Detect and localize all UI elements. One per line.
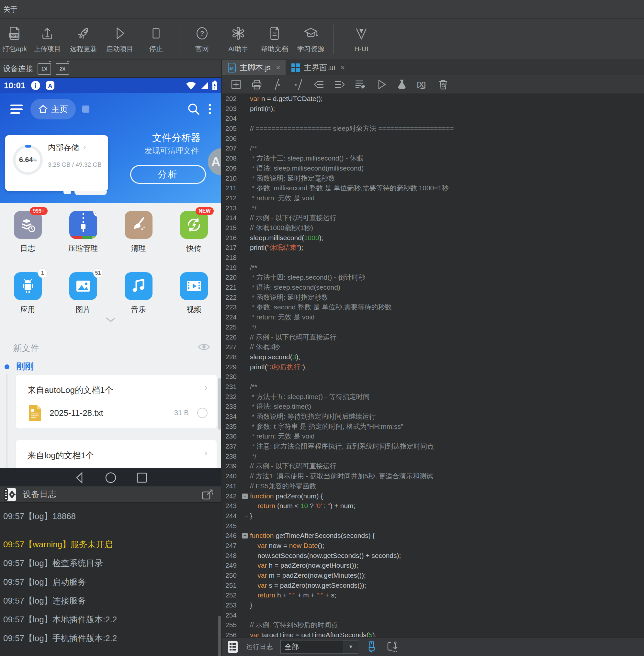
search-icon[interactable] — [186, 102, 201, 116]
code-line: 250 var m = padZero(now.getMinutes()); — [222, 570, 644, 581]
official-site-button[interactable]: ? 官网 — [184, 22, 220, 57]
menubar: 关于 — [0, 0, 644, 19]
document-icon — [267, 26, 282, 41]
tab-main-script[interactable]: JS 主脚本.js × — [222, 60, 285, 75]
code-area[interactable]: 202var n = d.getUTCDate();203printl(n);2… — [222, 94, 644, 637]
print-icon[interactable] — [251, 78, 263, 91]
line-number: 216 — [222, 233, 240, 243]
line-number: 202 — [222, 94, 240, 104]
log-entry-warning: 09:57【warning】服务未开启 — [3, 539, 215, 549]
nav-recents-button[interactable] — [135, 471, 148, 484]
line-number: 227 — [222, 342, 240, 352]
txt-file-icon — [27, 404, 42, 422]
dropdown-caret-icon[interactable]: ▼ — [344, 640, 358, 653]
code-text: * return: 无效 是 void — [250, 431, 315, 441]
app-tile-logs[interactable]: 999+ 日志 — [0, 211, 55, 253]
ai-assistant-button[interactable]: AI助手 — [220, 22, 256, 57]
nav-back-button[interactable] — [73, 471, 86, 484]
log-scrollbar[interactable] — [218, 616, 221, 656]
run-log-icon[interactable] — [227, 640, 239, 654]
menu-about[interactable]: 关于 — [0, 4, 21, 14]
line-number: 242 — [222, 491, 240, 501]
start-project-label: 启动项目 — [106, 44, 133, 53]
app-tile-quick-transfer[interactable]: NEW 快传 — [166, 211, 222, 253]
app-tile-music[interactable]: 音乐 — [111, 272, 166, 314]
fold-gutter — [240, 352, 250, 362]
app-tile-archive[interactable]: 10 压缩管理 — [55, 211, 111, 253]
fold-gutter[interactable]: − — [240, 531, 250, 541]
file-size: 31 B — [174, 409, 189, 417]
storage-card[interactable]: 6.64% 内部存储 › 3.28 GB / 49.32 GB — [5, 135, 108, 191]
new-file-icon[interactable] — [230, 78, 242, 91]
analyze-button[interactable]: 分析 — [130, 165, 206, 184]
test-flask-icon[interactable] — [396, 78, 408, 91]
file-select-circle[interactable] — [197, 408, 208, 418]
help-docs-button[interactable]: 帮助文档 — [256, 22, 293, 57]
code-line: 241// ES5兼容的补零函数 — [222, 481, 644, 491]
tab-main-ui-label: 主界面.ui — [304, 63, 335, 73]
clear-log-trash-icon[interactable] — [437, 78, 450, 91]
file-group-card-autolog[interactable]: 来自autoLog的文档1个 › 2025-11-28.txt 31 B — [16, 375, 216, 428]
package-apk-button[interactable]: APK 打包apk — [0, 22, 29, 57]
app-tile-clean[interactable]: 清理 — [111, 211, 166, 253]
phone-list-scrollbar[interactable] — [218, 378, 221, 430]
fold-toggle-icon[interactable]: − — [242, 494, 248, 499]
tab-close-icon[interactable]: × — [340, 63, 345, 72]
fold-gutter — [240, 283, 250, 292]
grid-collapse-chevron[interactable] — [0, 317, 222, 322]
line-number: 225 — [222, 322, 240, 332]
fold-toggle-icon[interactable]: − — [242, 533, 248, 539]
fold-gutter — [240, 312, 250, 322]
auto-scroll-icon[interactable] — [385, 640, 398, 653]
phone-mirror[interactable]: 10:01 i A 主页 — [0, 78, 222, 547]
signal-icon — [200, 80, 209, 90]
stop-button[interactable]: 停止 — [138, 22, 174, 57]
zoom-2x-button[interactable]: 2X — [56, 63, 69, 75]
app-tile-pictures[interactable]: 51 图片 — [55, 272, 111, 314]
chevron-right-icon[interactable]: › — [204, 447, 208, 458]
hamburger-menu-icon[interactable] — [9, 102, 24, 116]
upload-project-button[interactable]: 上传项目 — [29, 22, 65, 57]
nav-home-button[interactable] — [104, 471, 117, 484]
learning-resources-button[interactable]: 学习资源 — [293, 22, 329, 57]
format-code-icon[interactable] — [354, 78, 367, 91]
file-row[interactable]: 2025-11-28.txt 31 B — [27, 403, 208, 423]
file-group-card-log[interactable]: 来自log的文档1个 › — [16, 440, 216, 468]
home-tab-pill[interactable]: 主页 — [30, 99, 76, 119]
line-number: 229 — [222, 362, 240, 372]
remote-update-button[interactable]: 远程更新 — [65, 22, 102, 57]
code-text: // 休眠3秒 — [250, 342, 280, 352]
comment-end-icon[interactable]: * — [292, 78, 304, 91]
overflow-menu-icon[interactable] — [207, 102, 212, 116]
run-script-icon[interactable] — [375, 78, 387, 91]
variables-icon[interactable]: [X] — [416, 78, 429, 91]
h-ui-button[interactable]: H-UI — [339, 22, 384, 57]
tab-main-script-label: 主脚本.js — [239, 63, 271, 73]
app-tile-apps[interactable]: 1 应用 — [0, 272, 55, 314]
code-text: * 函数说明: 延时指定秒数 — [250, 292, 328, 303]
start-project-button[interactable]: 启动项目 — [102, 22, 138, 57]
code-line: 232 * 方法十五: sleep.time() - 等待指定时间 — [222, 392, 644, 402]
chevron-right-icon[interactable]: › — [204, 382, 208, 393]
fold-gutter — [240, 302, 250, 312]
official-site-label: 官网 — [195, 44, 209, 53]
fold-gutter[interactable]: − — [240, 491, 250, 501]
tab-close-icon[interactable]: × — [276, 63, 280, 72]
zoom-1x-button[interactable]: 1X — [38, 63, 51, 75]
js-file-icon: JS — [227, 63, 236, 73]
clear-brush-icon[interactable] — [365, 640, 378, 653]
eye-icon[interactable] — [198, 343, 210, 353]
tab-main-ui[interactable]: 主界面.ui × — [285, 60, 350, 75]
autojs-a-icon: A — [46, 81, 55, 90]
code-text: * 语法: sleep.millisecond(millisecond) — [250, 163, 364, 173]
app-label-video: 视频 — [186, 305, 201, 314]
outdent-icon[interactable] — [313, 78, 325, 91]
comment-start-icon[interactable]: * — [271, 78, 284, 91]
indent-icon[interactable] — [334, 78, 346, 91]
recent-time-label: 刚刚 — [16, 360, 34, 372]
graduation-cap-icon — [303, 26, 319, 41]
line-number: 228 — [222, 352, 240, 362]
app-tile-video[interactable]: 视频 — [166, 272, 222, 314]
log-filter-select[interactable]: 全部 ▼ — [280, 640, 358, 654]
popout-icon[interactable] — [201, 488, 214, 501]
